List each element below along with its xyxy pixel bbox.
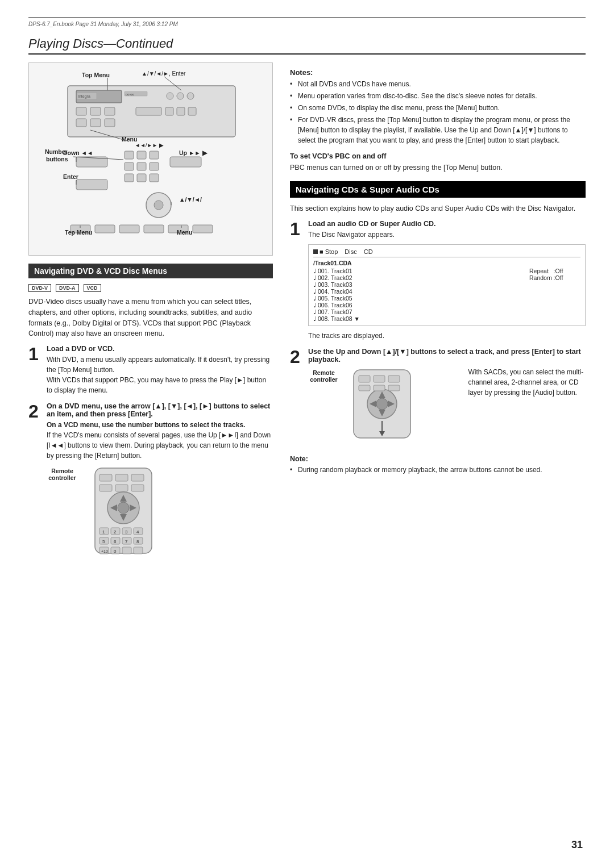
step2-right-title: Use the Up and Down [▲]/[▼] buttons to s… [308, 348, 586, 364]
svg-rect-91 [115, 474, 128, 481]
svg-rect-15 [136, 107, 161, 115]
right-column: Notes: Not all DVDs and VCDs have menus.… [290, 62, 586, 570]
header-bar: DPS-6.7_En.book Page 31 Monday, July 31,… [28, 17, 586, 27]
svg-rect-30 [76, 180, 107, 190]
step1-number: 1 [28, 345, 41, 363]
svg-rect-19 [125, 151, 134, 159]
vcd-subsection-body: PBC menus can turned on or off by pressi… [290, 162, 586, 173]
svg-point-7 [177, 93, 184, 99]
step1-right-container: 1 Load an audio CD or Super Audio CD. Th… [290, 220, 586, 341]
step2-right-content: Use the Up and Down [▲]/[▼] buttons to s… [308, 348, 586, 448]
svg-rect-108 [359, 385, 370, 391]
device-diagram: Integra oo oo [28, 62, 273, 256]
svg-rect-90 [99, 474, 112, 481]
track-3: ♩ 003. Track03 [313, 281, 529, 288]
remote-label-right: Remotecontroller [308, 367, 339, 443]
step2-right-container: 2 Use the Up and Down [▲]/[▼] buttons to… [290, 348, 586, 448]
track-2: ♩ 002. Track02 [313, 274, 529, 281]
two-column-layout: Integra oo oo [28, 62, 586, 570]
svg-text:8: 8 [136, 539, 139, 544]
svg-rect-21 [150, 151, 159, 159]
svg-rect-109 [374, 385, 385, 391]
svg-rect-13 [90, 119, 101, 127]
section2-title: Navigating CDs & Super Audio CDs [296, 185, 439, 194]
tracks-row: ♩ 001. Track01 ♩ 002. Track02 ♩ 003. Tra… [313, 268, 580, 322]
svg-rect-12 [76, 119, 86, 127]
note-item-4: For DVD-VR discs, press the [Top Menu] b… [290, 115, 586, 145]
svg-rect-36 [144, 225, 164, 233]
section1-intro: DVD-Video discs usually have a menu from… [28, 297, 273, 339]
step2-number: 2 [28, 402, 41, 420]
cd-label: CD [364, 248, 373, 255]
step1-right-body: The Disc Navigator appears. [308, 229, 586, 240]
svg-rect-10 [90, 107, 101, 115]
svg-text:Integra: Integra [78, 94, 90, 99]
bottom-note-title: Note: [290, 455, 586, 463]
remote-area: Remotecontroller [47, 465, 273, 558]
step1-title: Load a DVD or VCD. [47, 345, 273, 353]
svg-text:Down ◄◄: Down ◄◄ [63, 149, 93, 156]
tracks-right: Repeat :Off Random :Off [529, 268, 580, 322]
svg-rect-34 [95, 225, 115, 233]
svg-rect-110 [388, 385, 400, 391]
remote-img-right [345, 367, 463, 443]
section2-header: Navigating CDs & Super Audio CDs [290, 181, 586, 198]
track-8: ♩ 008. Track08 ▼ [313, 315, 529, 322]
section2-intro: This section explains how to play audio … [290, 203, 586, 214]
disc-nav-tracks: /Track01.CDA ♩ 001. Track01 ♩ 002. Track… [313, 260, 580, 322]
remote-svg-left: 1 2 3 4 5 6 7 8 [84, 465, 163, 556]
svg-text:5: 5 [102, 539, 105, 544]
bottom-note-list: During random playback or memory playbac… [290, 465, 586, 475]
page-title-continued: —Continued [103, 36, 173, 51]
svg-text:6: 6 [114, 539, 117, 544]
svg-point-98 [376, 398, 388, 410]
svg-text:3: 3 [125, 529, 128, 535]
badge-dvda: DVD-A [56, 284, 79, 292]
svg-rect-38 [193, 225, 213, 233]
disc-navigator-appears: The Disc Navigator appears. [308, 231, 395, 239]
diagram-svg: Integra oo oo [34, 69, 269, 253]
track-6: ♩ 006. Track06 [313, 302, 529, 308]
svg-text:Menu: Menu [177, 229, 192, 236]
svg-rect-20 [137, 151, 146, 159]
svg-text:Tep Menu: Tep Menu [65, 229, 92, 236]
notes-list: Not all DVDs and VCDs have menus. Menu o… [290, 79, 586, 145]
disc-label: Disc [345, 248, 356, 255]
step1-right-content: Load an audio CD or Super Audio CD. The … [308, 220, 586, 341]
step2-right-number: 2 [290, 348, 302, 366]
badge-dvdv: DVD-V [28, 284, 51, 292]
page-title: Playing Discs—Continued [28, 36, 586, 55]
svg-text:2: 2 [114, 529, 117, 535]
svg-text:◄◄/►► ▶: ◄◄/►► ▶ [135, 142, 164, 148]
step2-title: On a DVD menu, use the arrow [▲], [▼], [… [47, 402, 273, 418]
section1-title: Navigating DVD & VCD Disc Menus [34, 266, 167, 276]
svg-text:oo oo: oo oo [126, 93, 135, 96]
svg-text:buttons: buttons [46, 156, 68, 162]
section1-header: Navigating DVD & VCD Disc Menus [28, 264, 273, 278]
svg-text:▲/▼/◄/: ▲/▼/◄/ [179, 196, 202, 203]
stop-label: ■ Stop [320, 248, 338, 255]
step1-container: 1 Load a DVD or VCD. With DVD, a menu us… [28, 345, 273, 395]
svg-rect-93 [99, 485, 112, 491]
track-1: ♩ 001. Track01 [313, 268, 529, 274]
step1-right-number: 1 [290, 220, 302, 238]
tracks-left: ♩ 001. Track01 ♩ 002. Track02 ♩ 003. Tra… [313, 268, 529, 322]
svg-rect-95 [131, 485, 144, 491]
svg-rect-87 [134, 547, 143, 554]
svg-rect-94 [115, 485, 128, 491]
svg-rect-16 [165, 107, 173, 115]
track-4: ♩ 004. Track04 [313, 288, 529, 295]
note-item-3: On some DVDs, to display the disc menu, … [290, 103, 586, 113]
svg-rect-105 [359, 375, 370, 382]
svg-rect-35 [119, 225, 139, 233]
svg-text:Top Menu: Top Menu [82, 72, 110, 78]
svg-rect-14 [105, 119, 115, 127]
svg-rect-18 [188, 107, 196, 115]
step2-content: On a DVD menu, use the arrow [▲], [▼], [… [47, 402, 273, 564]
note-item-1: Not all DVDs and VCDs have menus. [290, 79, 586, 89]
svg-rect-92 [131, 474, 144, 481]
random-row: Random :Off [529, 274, 580, 281]
step1-content: Load a DVD or VCD. With DVD, a menu usua… [47, 345, 273, 395]
svg-point-6 [167, 93, 173, 99]
vcd-subsection-title: To set VCD's PBC on and off [290, 152, 586, 160]
